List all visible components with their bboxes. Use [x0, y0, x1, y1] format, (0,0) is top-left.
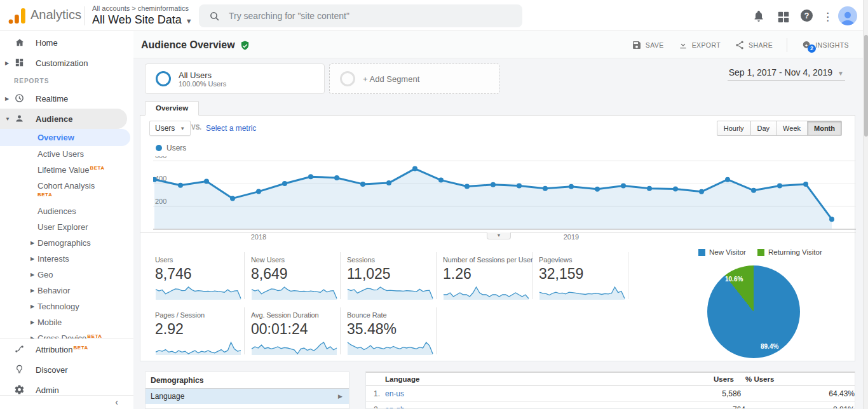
- tab-overview[interactable]: Overview: [145, 101, 199, 116]
- sidebar-item-behavior[interactable]: ▶Behavior: [0, 283, 133, 298]
- visitor-pie-chart[interactable]: 89.4% 10.6%: [707, 265, 800, 358]
- sidebar-item-discover[interactable]: Discover: [0, 359, 133, 380]
- apps-grid-icon[interactable]: [776, 10, 790, 24]
- dimension-row-language[interactable]: Language▶: [146, 389, 349, 404]
- language-link[interactable]: en-us: [385, 389, 690, 398]
- audience-subnav: OverviewActive UsersLifetime ValueBETACo…: [0, 129, 133, 339]
- sidebar-item-geo[interactable]: ▶Geo: [0, 267, 133, 283]
- property-selector[interactable]: All Web Site Data▼: [92, 13, 193, 27]
- date-range-selector[interactable]: Sep 1, 2017 - Nov 4, 2019▼: [728, 67, 845, 81]
- breadcrumb[interactable]: All accounts > cheminformatics: [92, 4, 189, 12]
- sidebar-item-label: User Explorer: [37, 222, 88, 232]
- attribution-icon: [14, 344, 25, 355]
- sidebar-item-overview[interactable]: Overview: [0, 129, 130, 146]
- search-bar[interactable]: [199, 4, 522, 27]
- sidebar-item-interests[interactable]: ▶Interests: [0, 251, 133, 267]
- col-language[interactable]: Language: [366, 375, 683, 383]
- col-pct-users[interactable]: % Users: [734, 375, 855, 383]
- sidebar-item-audience[interactable]: ▼Audience: [0, 109, 127, 129]
- add-segment-button[interactable]: + Add Segment: [329, 64, 499, 94]
- share-button[interactable]: SHARE: [735, 40, 773, 50]
- sidebar-item-active-users[interactable]: Active Users: [0, 146, 133, 162]
- analytics-logo-icon[interactable]: [8, 7, 25, 25]
- users-timeseries-chart[interactable]: 20040060020182019: [153, 156, 856, 244]
- customization-icon: [14, 57, 25, 69]
- admin-icon: [14, 384, 25, 396]
- metric-card-pages-session[interactable]: Pages / Session2.92: [149, 307, 245, 354]
- sidebar-collapse-button[interactable]: ‹: [0, 395, 133, 409]
- insights-button[interactable]: 2 INSIGHTS: [801, 40, 849, 50]
- notifications-bell-icon[interactable]: [752, 9, 766, 23]
- metric-card-sessions[interactable]: Sessions11,025: [341, 252, 437, 299]
- dimension-row-country[interactable]: Country: [146, 404, 349, 409]
- demographics-panel: Demographics Language▶Country: [145, 372, 349, 409]
- sidebar-item-audiences[interactable]: Audiences: [0, 203, 133, 219]
- sidebar-item-label: Discover: [36, 365, 68, 375]
- chevron-right-icon: ▶: [31, 288, 34, 293]
- sidebar-item-demographics[interactable]: ▶Demographics: [0, 235, 133, 251]
- sidebar-item-home[interactable]: Home: [0, 32, 133, 53]
- sidebar-item-label: Customization: [36, 58, 88, 68]
- sidebar-item-label: Geo: [37, 270, 53, 279]
- scrollbar[interactable]: [863, 0, 868, 409]
- sidebar-item-user-explorer[interactable]: User Explorer: [0, 219, 133, 235]
- language-link[interactable]: en-gb: [385, 405, 695, 409]
- pie-label-returning-visitor: 10.6%: [725, 276, 743, 283]
- audience-icon: [14, 113, 25, 124]
- sidebar-item-label: Audiences: [37, 206, 76, 216]
- export-button[interactable]: EXPORT: [678, 40, 721, 50]
- sidebar-item-lifetime-value[interactable]: Lifetime ValueBETA: [0, 162, 133, 178]
- language-row-en-gb: 2.en-gb7648.81%: [366, 402, 855, 409]
- sidebar-item-realtime[interactable]: ▶Realtime: [0, 88, 133, 109]
- metric-label: Pageviews: [539, 256, 628, 264]
- svg-text:600: 600: [155, 156, 166, 159]
- sidebar-item-label: Admin: [36, 386, 59, 395]
- beta-badge: BETA: [74, 345, 88, 351]
- metric-card-users[interactable]: Users8,746: [149, 252, 245, 299]
- metric-card-number-of-sessions-per-user[interactable]: Number of Sessions per User1.26: [437, 252, 532, 299]
- sidebar-item-label: Active Users: [37, 149, 84, 159]
- scrollbar-thumb[interactable]: [864, 35, 868, 137]
- sidebar-item-label: Interests: [37, 254, 69, 264]
- sidebar-item-cohort-analysis[interactable]: Cohort AnalysisBETA: [0, 178, 133, 203]
- vs-label: VS.: [191, 124, 201, 131]
- metric-dropdown[interactable]: Users▼: [149, 121, 191, 136]
- sidebar-item-mobile[interactable]: ▶Mobile: [0, 314, 133, 330]
- metric-cards-row-1: Users8,746New Users8,649Sessions11,025Nu…: [149, 252, 628, 299]
- sidebar-top-group: Home▶Customization: [0, 32, 133, 73]
- sidebar-item-technology[interactable]: ▶Technology: [0, 298, 133, 314]
- sidebar-item-attribution[interactable]: AttributionBETA: [0, 339, 133, 359]
- sidebar-item-cross-device[interactable]: ▶Cross DeviceBETA: [0, 330, 133, 339]
- metric-card-avg-session-duration[interactable]: Avg. Session Duration00:01:24: [245, 307, 341, 354]
- granularity-hourly[interactable]: Hourly: [717, 121, 751, 136]
- avatar[interactable]: [838, 6, 857, 25]
- select-metric-link[interactable]: Select a metric: [206, 124, 256, 133]
- header-divider: [85, 6, 85, 25]
- chevron-down-icon: ▼: [5, 116, 11, 122]
- sidebar-item-customization[interactable]: ▶Customization: [0, 53, 133, 73]
- beta-badge: BETA: [90, 165, 104, 171]
- granularity-week[interactable]: Week: [776, 121, 808, 136]
- sidebar-reports-group: ▶Realtime▼Audience: [0, 88, 133, 129]
- metric-card-pageviews[interactable]: Pageviews32,159: [532, 252, 628, 299]
- search-input[interactable]: [229, 11, 496, 21]
- beta-badge: BETA: [87, 333, 102, 339]
- granularity-month[interactable]: Month: [808, 121, 842, 136]
- segment-all-users[interactable]: All Users 100.00% Users: [145, 64, 325, 94]
- sidebar-item-label: Behavior: [37, 286, 70, 295]
- granularity-day[interactable]: Day: [751, 121, 777, 136]
- share-icon: [735, 40, 745, 50]
- chevron-right-icon: ▶: [31, 304, 34, 309]
- col-users[interactable]: Users: [683, 375, 734, 383]
- metric-card-bounce-rate[interactable]: Bounce Rate35.48%: [341, 307, 437, 354]
- metric-label: Users: [155, 256, 244, 264]
- users-legend-label: Users: [166, 144, 186, 152]
- help-icon[interactable]: ?: [801, 10, 813, 22]
- chart-collapse-handle[interactable]: ▼: [487, 232, 511, 239]
- app-title: Analytics: [31, 8, 81, 22]
- metric-card-new-users[interactable]: New Users8,649: [245, 252, 341, 299]
- more-vert-icon[interactable]: ⋮: [822, 10, 829, 24]
- chevron-down-icon: ▼: [186, 17, 193, 25]
- save-button[interactable]: SAVE: [632, 40, 664, 50]
- metric-value: 35.48%: [347, 321, 436, 338]
